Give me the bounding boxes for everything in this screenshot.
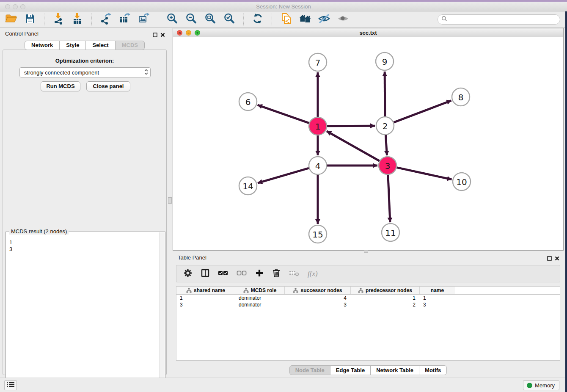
network-frame-titlebar[interactable]: ✕ − + scc.txt — [173, 28, 563, 37]
graph-node-label-1: 1 — [315, 121, 321, 132]
table-row[interactable]: 3dominator323 — [176, 301, 560, 308]
show-all-button[interactable] — [336, 13, 350, 26]
horizontal-split-grip[interactable] — [364, 250, 368, 253]
two-houses-icon — [299, 13, 311, 26]
column-header-successor-nodes[interactable]: successor nodes — [285, 287, 351, 294]
import-table-icon — [72, 13, 83, 26]
window-titlebar: Session: New Session — [0, 2, 567, 11]
run-mcds-button[interactable]: Run MCDS — [41, 81, 80, 91]
table-cell[interactable]: 1 — [420, 295, 455, 301]
optimization-criterion-label: Optimization criterion: — [3, 58, 166, 64]
graph-edge-2-8[interactable] — [394, 101, 451, 123]
mcds-result-group: MCDS result (2 nodes) 13 — [6, 232, 165, 392]
column-sort-icon — [293, 288, 298, 293]
zoom-in-button[interactable] — [165, 13, 179, 26]
table-cell[interactable]: 3 — [285, 301, 351, 308]
float-panel-icon[interactable] — [153, 31, 157, 36]
node-table: shared nameMCDS rolesuccessor nodesprede… — [176, 286, 560, 361]
delete-columns-button[interactable] — [272, 268, 281, 279]
export-image-button[interactable] — [137, 13, 151, 26]
select-all-columns-button[interactable] — [218, 270, 228, 278]
dropdown-stepper-icon — [144, 69, 149, 77]
function-builder-button[interactable]: f(x) — [308, 270, 318, 278]
import-table-button[interactable] — [71, 13, 84, 26]
tab-node-table[interactable]: Node Table — [289, 365, 330, 375]
first-neighbors-button[interactable] — [298, 13, 312, 26]
create-column-button[interactable] — [255, 269, 264, 279]
table-row[interactable]: 1dominator411 — [176, 295, 560, 301]
search-field[interactable] — [438, 14, 560, 25]
table-cell[interactable]: 1 — [176, 295, 235, 301]
tab-select[interactable]: Select — [85, 41, 115, 50]
graph-edge-1-6[interactable] — [258, 105, 309, 123]
table-cell[interactable]: dominator — [235, 301, 285, 308]
tab-mcds[interactable]: MCDS — [115, 41, 145, 50]
search-input[interactable] — [449, 16, 560, 23]
zoom-selected-button[interactable] — [223, 13, 236, 26]
close-panel-button[interactable]: Close panel — [86, 81, 130, 91]
network-graph[interactable]: 7968124314101511 — [173, 38, 564, 251]
table-panel-title: Table Panel — [178, 254, 206, 261]
save-floppy-icon — [25, 13, 36, 26]
delete-table-button[interactable] — [289, 270, 299, 278]
memory-button[interactable]: Memory — [523, 380, 559, 390]
clone-network-button[interactable] — [279, 13, 293, 26]
save-session-button[interactable] — [23, 13, 37, 26]
hide-selected-button[interactable] — [317, 13, 331, 26]
table-toolbar: f(x) — [176, 265, 560, 282]
control-panel-tabs: NetworkStyleSelectMCDS — [0, 41, 169, 50]
tab-network[interactable]: Network — [25, 41, 60, 50]
update-view-button[interactable] — [251, 13, 264, 26]
network-canvas[interactable]: 7968124314101511 — [173, 38, 563, 250]
toolbar-separator — [272, 14, 272, 25]
import-network-button[interactable] — [52, 13, 65, 26]
task-history-button[interactable] — [4, 380, 17, 390]
table-options-button[interactable] — [183, 268, 193, 279]
column-header-shared-name[interactable]: shared name — [176, 287, 235, 294]
column-header-predecessor-nodes[interactable]: predecessor nodes — [351, 287, 420, 294]
graph-edge-1-2[interactable] — [327, 126, 375, 126]
result-scrollbar[interactable] — [159, 232, 165, 392]
graph-edge-3-10[interactable] — [396, 168, 451, 179]
tab-network-table[interactable]: Network Table — [370, 365, 419, 375]
graph-node-label-2: 2 — [383, 121, 388, 131]
graph-edge-2-3[interactable] — [385, 135, 387, 155]
memory-status-dot — [527, 383, 532, 388]
graph-node-label-7: 7 — [315, 58, 321, 68]
vertical-split-grip[interactable] — [168, 197, 172, 204]
graph-edge-3-1[interactable] — [327, 131, 380, 161]
float-table-panel-icon[interactable] — [547, 255, 552, 259]
table-cell[interactable]: dominator — [235, 295, 285, 301]
tab-motifs[interactable]: Motifs — [419, 365, 447, 375]
import-network-icon — [53, 13, 64, 26]
export-table-button[interactable] — [118, 13, 132, 26]
column-header-name[interactable]: name — [420, 287, 455, 294]
tab-edge-table[interactable]: Edge Table — [330, 365, 371, 375]
table-cell[interactable]: 2 — [351, 301, 420, 308]
unchecked-boxes-icon — [237, 270, 247, 278]
graph-node-label-11: 11 — [385, 228, 396, 238]
tab-style[interactable]: Style — [59, 41, 86, 50]
export-network-button[interactable] — [99, 13, 113, 26]
graph-edge-2-9[interactable] — [385, 72, 385, 116]
zoom-out-button[interactable] — [184, 13, 198, 26]
split-columns-icon — [201, 269, 209, 279]
deselect-all-columns-button[interactable] — [237, 270, 247, 278]
result-line: 3 — [9, 246, 156, 253]
criterion-dropdown[interactable]: strongly connected component — [19, 67, 151, 77]
table-cell[interactable]: 3 — [420, 301, 455, 308]
export-network-icon — [100, 13, 112, 26]
show-columns-button[interactable] — [201, 269, 209, 279]
fit-content-button[interactable] — [204, 13, 217, 26]
graph-edge-4-14[interactable] — [258, 168, 309, 183]
table-cell[interactable]: 3 — [176, 301, 235, 308]
column-header-mcds-role[interactable]: MCDS role — [235, 287, 285, 294]
table-cell[interactable]: 4 — [285, 295, 351, 301]
graph-edge-3-11[interactable] — [388, 175, 390, 222]
open-file-button[interactable] — [4, 13, 18, 26]
table-cell[interactable]: 1 — [351, 295, 420, 301]
close-panel-icon[interactable] — [160, 31, 165, 36]
close-table-panel-icon[interactable] — [555, 255, 559, 259]
desktop-right-edge — [565, 2, 567, 392]
column-sort-icon — [358, 288, 363, 293]
